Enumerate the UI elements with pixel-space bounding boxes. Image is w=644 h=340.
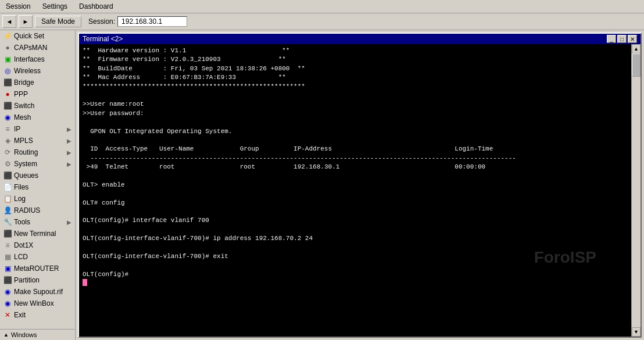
sidebar-label: Exit: [14, 311, 26, 319]
forward-button[interactable]: ►: [19, 15, 33, 28]
sidebar-icon: ⬛: [3, 230, 12, 238]
sidebar-item-new-winbox[interactable]: ◉New WinBox: [0, 298, 75, 309]
sidebar-icon: ✕: [3, 311, 12, 319]
sidebar-icon: ≡: [3, 125, 12, 133]
sidebar-label: Dot1X: [14, 241, 33, 249]
submenu-arrow-icon: ▶: [67, 149, 71, 156]
terminal-title: Terminal <2>: [83, 35, 123, 43]
sidebar-item-mpls[interactable]: ◈MPLS▶: [0, 135, 75, 146]
sidebar-item-quick-set[interactable]: ⚡Quick Set: [0, 30, 75, 42]
sidebar-label: IP: [14, 125, 20, 133]
windows-section: ▲ Windows: [0, 329, 76, 340]
sidebar-icon: ▣: [3, 55, 12, 63]
sidebar-item-new-terminal[interactable]: ⬛New Terminal: [0, 228, 75, 239]
sidebar: ⚡Quick Set●CAPsMAN▣Interfaces◎Wireless⬛B…: [0, 30, 76, 340]
sidebar-icon: 🔧: [3, 218, 12, 226]
sidebar-label: Routing: [14, 148, 38, 156]
sidebar-label: Switch: [14, 102, 34, 110]
terminal-controls: _ □ ✕: [607, 35, 637, 43]
sidebar-icon: ◈: [3, 137, 12, 145]
menubar: Session Settings Dashboard: [0, 0, 644, 13]
sidebar-icon: ●: [3, 90, 12, 98]
sidebar-icon: 📄: [3, 183, 12, 191]
terminal-titlebar: Terminal <2> _ □ ✕: [79, 34, 641, 44]
scroll-track: [632, 53, 641, 327]
terminal-body[interactable]: ** Hardware version : V1.1 ** ** Firmwar…: [79, 44, 631, 337]
sidebar-label: Tools: [14, 218, 30, 226]
sidebar-item-ip[interactable]: ≡IP▶: [0, 123, 75, 135]
sidebar-label: Wireless: [14, 67, 41, 75]
submenu-arrow-icon: ▶: [67, 219, 71, 226]
sidebar-icon: ⬛: [3, 171, 12, 180]
sidebar-label: MetaROUTER: [14, 264, 59, 273]
sidebar-item-log[interactable]: 📋Log: [0, 193, 75, 205]
safe-mode-button[interactable]: Safe Mode: [35, 16, 81, 27]
submenu-arrow-icon: ▶: [67, 161, 71, 167]
submenu-arrow-icon: ▶: [67, 126, 71, 133]
sidebar-item-ppp[interactable]: ●PPP: [0, 88, 75, 100]
sidebar-item-capsman[interactable]: ●CAPsMAN: [0, 42, 75, 53]
sidebar-label: Log: [14, 195, 26, 203]
sidebar-icon: ⬛: [3, 78, 12, 87]
windows-arrow: ▲: [3, 332, 9, 338]
sidebar-item-make-supout.rif[interactable]: ◉Make Supout.rif: [0, 286, 75, 298]
sidebar-icon: 👤: [3, 206, 12, 214]
menu-session[interactable]: Session: [2, 1, 34, 12]
scroll-down-button[interactable]: ▼: [632, 327, 641, 337]
close-button[interactable]: ✕: [628, 35, 637, 43]
maximize-button[interactable]: □: [617, 35, 627, 43]
sidebar-item-mesh[interactable]: ◉Mesh: [0, 112, 75, 123]
sidebar-icon: ⚙: [3, 160, 12, 168]
sidebar-item-wireless[interactable]: ◎Wireless: [0, 65, 75, 77]
sidebar-label: Partition: [14, 276, 40, 284]
sidebar-item-partition[interactable]: ⬛Partition: [0, 274, 75, 286]
toolbar: ◄ ► Safe Mode Session: 192.168.30.1: [0, 13, 644, 30]
sidebar-item-queues[interactable]: ⬛Queues: [0, 170, 75, 181]
back-button[interactable]: ◄: [2, 15, 16, 28]
scroll-thumb[interactable]: [632, 53, 641, 77]
sidebar-label: Quick Set: [14, 32, 44, 40]
menu-settings[interactable]: Settings: [39, 1, 71, 12]
sidebar-icon: ◉: [3, 113, 12, 121]
sidebar-icon: ⟳: [3, 148, 12, 156]
windows-label: Windows: [11, 331, 37, 338]
terminal-cursor: [83, 279, 87, 286]
sidebar-label: Files: [14, 183, 28, 191]
content-area: Terminal <2> _ □ ✕ ** Hardware version :…: [76, 30, 644, 340]
menu-dashboard[interactable]: Dashboard: [76, 1, 117, 12]
sidebar-item-lcd[interactable]: ▦LCD: [0, 251, 75, 263]
sidebar-item-system[interactable]: ⚙System▶: [0, 158, 75, 170]
scroll-up-button[interactable]: ▲: [632, 44, 641, 53]
sidebar-icon: ⚡: [3, 32, 12, 40]
sidebar-label: CAPsMAN: [14, 44, 47, 52]
sidebar-item-interfaces[interactable]: ▣Interfaces: [0, 53, 75, 65]
sidebar-label: Mesh: [14, 113, 31, 121]
minimize-button[interactable]: _: [607, 35, 616, 43]
submenu-arrow-icon: ▶: [67, 138, 71, 144]
sidebar-label: New WinBox: [14, 299, 54, 307]
sidebar-icon: ▦: [3, 253, 12, 261]
sidebar-label: PPP: [14, 90, 28, 98]
sidebar-item-radius[interactable]: 👤RADIUS: [0, 205, 75, 216]
sidebar-label: RADIUS: [14, 206, 40, 214]
sidebar-item-routing[interactable]: ⟳Routing▶: [0, 146, 75, 158]
sidebar-label: Bridge: [14, 78, 34, 87]
sidebar-item-tools[interactable]: 🔧Tools▶: [0, 216, 75, 228]
sidebar-item-dot1x[interactable]: ≡Dot1X: [0, 239, 75, 251]
session-value: 192.168.30.1: [117, 16, 187, 27]
sidebar-item-switch[interactable]: ⬛Switch: [0, 100, 75, 112]
sidebar-icon: ●: [3, 44, 12, 52]
sidebar-icon: ◎: [3, 67, 12, 75]
sidebar-icon: ◉: [3, 288, 12, 296]
terminal-scrollbar: ▲ ▼: [631, 44, 641, 337]
sidebar-icon: ◉: [3, 299, 12, 307]
sidebar-item-metarouter[interactable]: ▣MetaROUTER: [0, 263, 75, 274]
sidebar-label: LCD: [14, 253, 28, 261]
sidebar-item-files[interactable]: 📄Files: [0, 181, 75, 193]
sidebar-label: System: [14, 160, 37, 168]
terminal-content-wrapper: ** Hardware version : V1.1 ** ** Firmwar…: [79, 44, 641, 337]
sidebar-item-exit[interactable]: ✕Exit: [0, 309, 75, 321]
sidebar-item-bridge[interactable]: ⬛Bridge: [0, 77, 75, 88]
sidebar-icon: ⬛: [3, 276, 12, 284]
terminal-output: ** Hardware version : V1.1 ** ** Firmwar…: [83, 46, 628, 279]
